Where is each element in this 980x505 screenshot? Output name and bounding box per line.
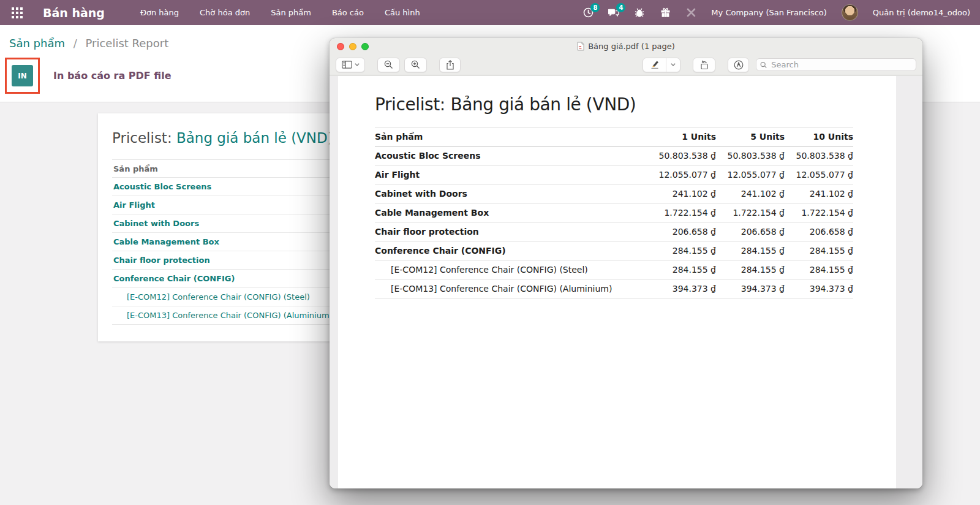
annotation-highlight-box: IN [5, 58, 40, 94]
pdf-product-name: [E-COM12] Conference Chair (CONFIG) (Ste… [375, 260, 647, 279]
breadcrumb-separator: / [74, 37, 77, 50]
pdf-price-5-units: 284.155 ₫ [716, 241, 785, 260]
pricelist-name-link[interactable]: Bảng giá bán lẻ (VND) [176, 130, 333, 146]
zoom-window-button[interactable] [361, 43, 369, 50]
pdf-price-10-units: 284.155 ₫ [785, 241, 853, 260]
print-button[interactable]: IN [12, 65, 33, 86]
apps-menu-button[interactable] [10, 6, 24, 20]
markup-toolbar-button[interactable] [728, 58, 749, 72]
zoom-in-button[interactable] [404, 58, 427, 72]
rotate-left-icon [699, 60, 709, 70]
chevron-down-icon [355, 63, 360, 66]
activities-badge: 8 [590, 3, 600, 12]
pdf-price-1-units: 284.155 ₫ [647, 260, 716, 279]
highlight-dropdown-button[interactable] [666, 58, 680, 72]
zoom-out-button[interactable] [377, 58, 400, 72]
apps-grid-icon [12, 7, 23, 18]
sidebar-toggle-button[interactable] [336, 58, 365, 72]
breadcrumb-current: Pricelist Report [86, 37, 169, 50]
pdf-content-area[interactable]: Pricelist: Bảng giá bán lẻ (VND) Sản phẩ… [330, 76, 922, 488]
breadcrumb: Sản phẩm / Pricelist Report [9, 37, 168, 50]
pdf-table-row: Cabinet with Doors 241.102 ₫ 241.102 ₫ 2… [375, 184, 853, 203]
nav-menu-item[interactable]: Đơn hàng [140, 8, 179, 17]
pdf-price-1-units: 1.722.154 ₫ [647, 203, 716, 222]
window-titlebar[interactable]: Bảng giá.pdf (1 page) [330, 38, 922, 55]
nav-menu-item[interactable]: Báo cáo [332, 8, 364, 17]
pdf-price-5-units: 284.155 ₫ [716, 260, 785, 279]
rewards-button[interactable] [660, 7, 671, 18]
markup-pen-icon [734, 60, 744, 70]
pdf-product-name: Cabinet with Doors [375, 184, 647, 203]
search-input[interactable] [770, 59, 912, 70]
pdf-title-name: Bảng giá bán lẻ (VND) [450, 94, 636, 115]
messages-badge: 4 [616, 3, 625, 12]
search-field[interactable] [756, 58, 916, 71]
nav-menu-item[interactable]: Sản phẩm [271, 8, 311, 17]
rotate-button[interactable] [693, 58, 715, 72]
pdf-table-row: Cable Management Box 1.722.154 ₫ 1.722.1… [375, 203, 853, 222]
screen: Bán hàng Đơn hàng Chờ hóa đơn Sản phẩm B… [0, 0, 980, 505]
pdf-price-1-units: 284.155 ₫ [647, 241, 716, 260]
pdf-pricelist-table: Sản phẩm 1 Units 5 Units 10 Units Acoust… [375, 127, 853, 298]
debug-button[interactable] [634, 7, 645, 18]
pdf-price-5-units: 241.102 ₫ [716, 184, 785, 203]
pdf-price-5-units: 1.722.154 ₫ [716, 203, 785, 222]
user-avatar[interactable] [842, 4, 858, 21]
pdf-product-name: Chair floor protection [375, 222, 647, 241]
pdf-col-5-units: 5 Units [716, 127, 785, 146]
activities-button[interactable]: 8 [582, 7, 594, 18]
pdf-product-name: Air Flight [375, 165, 647, 184]
pdf-table-row: Air Flight 12.055.077 ₫ 12.055.077 ₫ 12.… [375, 165, 853, 184]
share-button[interactable] [439, 58, 461, 72]
pdf-price-10-units: 1.722.154 ₫ [785, 203, 853, 222]
pdf-price-1-units: 241.102 ₫ [647, 184, 716, 203]
messages-button[interactable]: 4 [608, 7, 619, 18]
breadcrumb-parent-link[interactable]: Sản phẩm [9, 37, 65, 50]
pdf-price-5-units: 394.373 ₫ [716, 279, 785, 298]
search-icon [760, 61, 767, 69]
app-name[interactable]: Bán hàng [43, 6, 105, 20]
pdf-price-10-units: 394.373 ₫ [785, 279, 853, 298]
pdf-price-10-units: 284.155 ₫ [785, 260, 853, 279]
pdf-table-header-row: Sản phẩm 1 Units 5 Units 10 Units [375, 127, 853, 146]
close-window-button[interactable] [337, 43, 344, 50]
pdf-product-name: Acoustic Bloc Screens [375, 146, 647, 165]
window-title: Bảng giá.pdf (1 page) [577, 42, 675, 51]
pdf-price-5-units: 12.055.077 ₫ [716, 165, 785, 184]
pdf-report-title: Pricelist: Bảng giá bán lẻ (VND) [375, 94, 853, 115]
user-menu[interactable]: Quản trị (demo14_odoo) [873, 8, 970, 17]
window-toolbar [330, 55, 922, 75]
pdf-table-row: [E-COM12] Conference Chair (CONFIG) (Ste… [375, 260, 853, 279]
pdf-preview-window: Bảng giá.pdf (1 page) [330, 38, 922, 488]
tools-button[interactable] [685, 7, 696, 18]
sidebar-icon [342, 61, 352, 69]
pdf-product-name: Conference Chair (CONFIG) [375, 241, 647, 260]
company-switcher[interactable]: My Company (San Francisco) [711, 8, 826, 17]
pdf-price-10-units: 241.102 ₫ [785, 184, 853, 203]
nav-menu-item[interactable]: Cấu hình [385, 8, 420, 17]
pdf-title-prefix: Pricelist: [375, 94, 445, 115]
top-navbar: Bán hàng Đơn hàng Chờ hóa đơn Sản phẩm B… [0, 0, 980, 25]
pdf-table-body: Acoustic Bloc Screens 50.803.538 ₫ 50.80… [375, 146, 853, 298]
pdf-table-row: Chair floor protection 206.658 ₫ 206.658… [375, 222, 853, 241]
report-title-prefix: Pricelist: [112, 130, 172, 146]
highlighter-icon [649, 60, 660, 69]
pdf-col-10-units: 10 Units [785, 127, 853, 146]
pdf-product-name: [E-COM13] Conference Chair (CONFIG) (Alu… [375, 279, 647, 298]
pdf-file-icon [577, 42, 584, 51]
magnifier-minus-icon [384, 60, 393, 69]
pdf-product-name: Cable Management Box [375, 203, 647, 222]
print-caption: In báo cáo ra PDF file [53, 70, 172, 82]
tools-cross-icon [686, 7, 696, 18]
pdf-table-row: Conference Chair (CONFIG) 284.155 ₫ 284.… [375, 241, 853, 260]
pdf-col-1-units: 1 Units [647, 127, 716, 146]
nav-menu-item[interactable]: Chờ hóa đơn [200, 8, 250, 17]
pdf-table-row: [E-COM13] Conference Chair (CONFIG) (Alu… [375, 279, 853, 298]
highlight-button[interactable] [643, 58, 666, 72]
pdf-table-row: Acoustic Bloc Screens 50.803.538 ₫ 50.80… [375, 146, 853, 165]
pdf-price-10-units: 206.658 ₫ [785, 222, 853, 241]
magnifier-plus-icon [411, 60, 420, 69]
traffic-lights [337, 43, 369, 50]
pdf-col-product: Sản phẩm [375, 127, 647, 146]
minimize-window-button[interactable] [349, 43, 356, 50]
